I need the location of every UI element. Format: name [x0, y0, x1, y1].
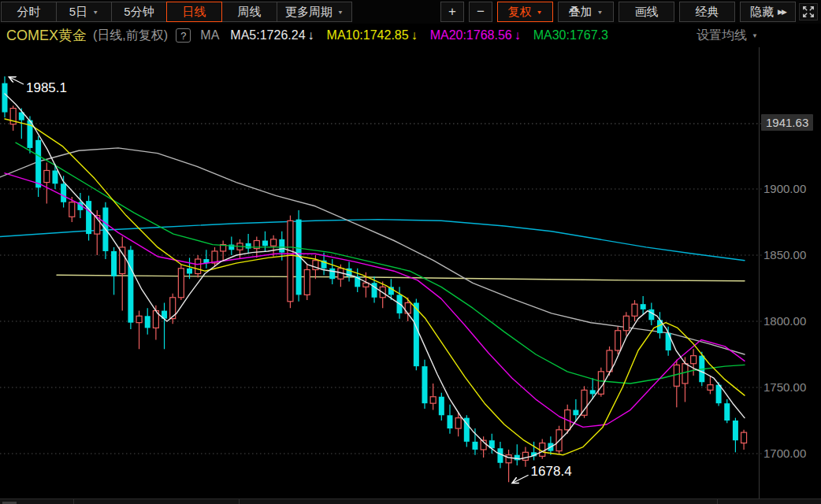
fullscreen-button[interactable] [799, 3, 818, 20]
candle [52, 164, 58, 189]
help-icon[interactable]: ? [176, 28, 191, 43]
candle-body-down [86, 201, 91, 234]
candle-body-down [145, 316, 150, 328]
candle-body-down [590, 390, 596, 394]
divider [717, 499, 718, 504]
chevron-down-icon: ▼ [597, 9, 604, 15]
tab-5day[interactable]: 5日▼ [56, 2, 112, 22]
down-arrow-icon: ↓ [515, 28, 521, 42]
candle [506, 450, 511, 482]
candle [607, 346, 612, 376]
candle [111, 247, 117, 295]
candle [128, 246, 133, 329]
candle-body-up [178, 269, 184, 298]
candle [44, 162, 50, 203]
y-axis-label: 1750.00 [763, 380, 806, 394]
candle-body-up [632, 304, 637, 316]
candle [162, 302, 167, 349]
candle [615, 327, 621, 354]
candle [170, 294, 176, 324]
candle [623, 312, 629, 335]
tab-5min[interactable]: 5分钟 [111, 2, 167, 22]
tab-more-periods[interactable]: 更多周期▼ [277, 2, 352, 22]
ma-settings-dropdown[interactable]: 设置均线 ▼ [693, 24, 761, 47]
ma5-value: MA5:1726.24↓ [230, 28, 314, 42]
candle-body-down [724, 403, 730, 421]
tab-weekly[interactable]: 周线 [221, 2, 277, 22]
symbol-detail: (日线,前复权) [93, 28, 168, 44]
chevron-down-icon: ▼ [752, 32, 758, 39]
candle [674, 360, 679, 407]
candle [61, 176, 66, 207]
candle [195, 255, 201, 278]
draw-line-button-label: 画线 [635, 5, 659, 20]
draw-line-button[interactable]: 画线 [619, 2, 674, 22]
candle-body-up [304, 269, 310, 295]
candle-body-down [497, 448, 503, 462]
ma-label: MA [200, 28, 219, 43]
candle-body-up [615, 331, 621, 350]
zoom-out-button[interactable]: − [469, 2, 492, 22]
tab-daily[interactable]: 日线 [166, 2, 222, 22]
candle [691, 349, 697, 376]
overlay-button[interactable]: 叠加▼ [558, 2, 614, 22]
candle [145, 308, 150, 335]
zoom-in-button[interactable]: + [440, 2, 464, 22]
candle-body-down [716, 385, 722, 404]
candle [708, 376, 713, 395]
price-annotation-high: 1985.1 [26, 80, 67, 95]
classic-button-label: 经典 [696, 5, 719, 20]
bottom-bar[interactable] [0, 498, 821, 504]
symbol-title: COMEX黄金 [6, 26, 87, 45]
candle [86, 195, 91, 240]
tab-fenshi[interactable]: 分时 [1, 2, 57, 22]
candle [556, 426, 562, 454]
candle-body-up [69, 202, 75, 217]
candle [641, 296, 646, 315]
candle [430, 384, 436, 410]
classic-button[interactable]: 经典 [679, 2, 735, 22]
tab-5min-label: 5分钟 [124, 5, 154, 20]
candle-body-up [598, 372, 604, 395]
candle-body-down [111, 251, 117, 276]
divider [239, 499, 240, 504]
candle [741, 430, 747, 450]
candle [515, 444, 520, 465]
price-axis: 1941.631900.001850.001800.001750.001700.… [759, 47, 821, 498]
ma20-value: MA20:1768.56↓ [430, 28, 521, 42]
candle [304, 265, 310, 300]
zoom-in-button-label: + [448, 4, 456, 20]
y-axis-label: 1850.00 [763, 248, 806, 261]
fuquan-button[interactable]: 复权▼ [497, 2, 553, 22]
candle-body-up [691, 356, 697, 364]
chart-app: 分时5日▼5分钟日线周线更多周期▼ +−复权▼叠加▼画线经典隐藏▶▶ COMEX… [0, 0, 821, 504]
candle-body-up [455, 418, 461, 428]
tab-weekly-label: 周线 [238, 5, 262, 20]
zoom-out-button-label: − [477, 4, 485, 20]
candle-body-down [35, 140, 41, 187]
candle-body-down [666, 333, 671, 350]
toolbar: 分时5日▼5分钟日线周线更多周期▼ +−复权▼叠加▼画线经典隐藏▶▶ [0, 0, 821, 24]
candle [246, 234, 251, 254]
y-axis-label: 1800.00 [763, 314, 806, 328]
down-arrow-icon: ↓ [308, 28, 314, 42]
candle-body-down [414, 302, 419, 366]
candlestick-chart[interactable]: 1985.11678.4 [0, 47, 821, 498]
candle-body-up [288, 220, 293, 301]
ma-line-ma60 [0, 148, 745, 354]
hide-button[interactable]: 隐藏▶▶ [740, 2, 796, 22]
candle-body-down [187, 269, 192, 274]
candle-body-down [648, 309, 654, 320]
candle-body-down [279, 239, 284, 253]
candle-body-down [61, 183, 66, 202]
candle [464, 415, 470, 447]
chart-area: 1985.11678.4 1941.631900.001850.001800.0… [0, 47, 821, 498]
candle-body-down [439, 397, 444, 416]
y-axis-label: 1700.00 [763, 447, 806, 460]
candle [716, 382, 722, 406]
period-tabs: 分时5日▼5分钟日线周线更多周期▼ [2, 2, 352, 22]
candle-body-down [2, 83, 8, 113]
annotation-arrow [513, 475, 529, 483]
candle [724, 399, 730, 423]
ma20-value-text: MA20:1768.56 [430, 28, 512, 42]
